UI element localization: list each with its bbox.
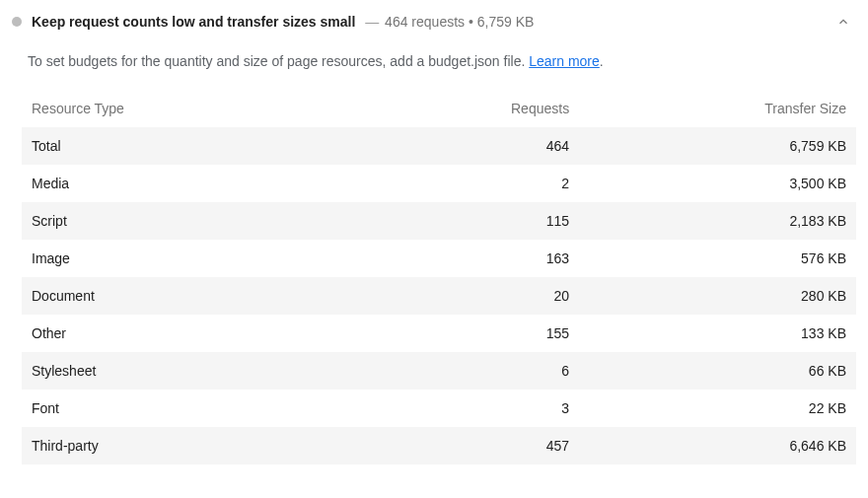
summary-separator: — bbox=[365, 14, 379, 30]
audit-description: To set budgets for the quantity and size… bbox=[6, 32, 856, 90]
cell-type: Stylesheet bbox=[32, 363, 422, 379]
cell-requests: 3 bbox=[422, 400, 569, 416]
cell-size: 66 KB bbox=[569, 363, 846, 379]
cell-type: Font bbox=[32, 400, 422, 416]
cell-type: Total bbox=[32, 138, 422, 154]
cell-requests: 20 bbox=[422, 288, 569, 304]
cell-type: Script bbox=[32, 213, 422, 229]
table-row: Script 115 2,183 KB bbox=[22, 202, 856, 240]
table-header: Resource Type Requests Transfer Size bbox=[22, 90, 856, 127]
summary-size: 6,759 KB bbox=[477, 14, 535, 30]
cell-type: Other bbox=[32, 325, 422, 341]
cell-requests: 6 bbox=[422, 363, 569, 379]
cell-requests: 163 bbox=[422, 250, 569, 266]
cell-size: 133 KB bbox=[569, 325, 846, 341]
audit-title: Keep request counts low and transfer siz… bbox=[32, 14, 355, 30]
cell-size: 3,500 KB bbox=[569, 176, 846, 191]
cell-size: 22 KB bbox=[569, 400, 846, 416]
summary-dot: • bbox=[469, 14, 473, 30]
cell-size: 2,183 KB bbox=[569, 213, 846, 229]
description-text: To set budgets for the quantity and size… bbox=[28, 53, 529, 69]
header-transfer-size: Transfer Size bbox=[569, 101, 846, 116]
cell-type: Media bbox=[32, 176, 422, 191]
table-row: Other 155 133 KB bbox=[22, 315, 856, 352]
table-row: Media 2 3,500 KB bbox=[22, 165, 856, 202]
cell-type: Third-party bbox=[32, 438, 422, 454]
cell-size: 6,759 KB bbox=[569, 138, 846, 154]
description-period: . bbox=[600, 53, 604, 69]
cell-type: Image bbox=[32, 250, 422, 266]
cell-requests: 464 bbox=[422, 138, 569, 154]
table-row: Font 3 22 KB bbox=[22, 390, 856, 427]
cell-size: 280 KB bbox=[569, 288, 846, 304]
status-indicator-icon bbox=[12, 17, 22, 27]
cell-requests: 115 bbox=[422, 213, 569, 229]
learn-more-link[interactable]: Learn more bbox=[529, 53, 600, 69]
cell-type: Document bbox=[32, 288, 422, 304]
cell-size: 6,646 KB bbox=[569, 438, 846, 454]
table-row: Document 20 280 KB bbox=[22, 277, 856, 315]
table-row: Third-party 457 6,646 KB bbox=[22, 427, 856, 464]
table-row: Total 464 6,759 KB bbox=[22, 127, 856, 165]
cell-size: 576 KB bbox=[569, 250, 846, 266]
table-row: Image 163 576 KB bbox=[22, 240, 856, 277]
header-requests: Requests bbox=[422, 101, 569, 116]
audit-header[interactable]: Keep request counts low and transfer siz… bbox=[6, 12, 856, 32]
table-row: Stylesheet 6 66 KB bbox=[22, 352, 856, 390]
cell-requests: 155 bbox=[422, 325, 569, 341]
resource-table: Resource Type Requests Transfer Size Tot… bbox=[6, 90, 856, 464]
cell-requests: 457 bbox=[422, 438, 569, 454]
summary-requests: 464 requests bbox=[385, 14, 465, 30]
table-body: Total 464 6,759 KB Media 2 3,500 KB Scri… bbox=[22, 127, 856, 464]
header-resource-type: Resource Type bbox=[32, 101, 422, 116]
chevron-up-icon[interactable] bbox=[836, 15, 850, 29]
cell-requests: 2 bbox=[422, 176, 569, 191]
audit-summary: — 464 requests • 6,759 KB bbox=[359, 14, 534, 30]
